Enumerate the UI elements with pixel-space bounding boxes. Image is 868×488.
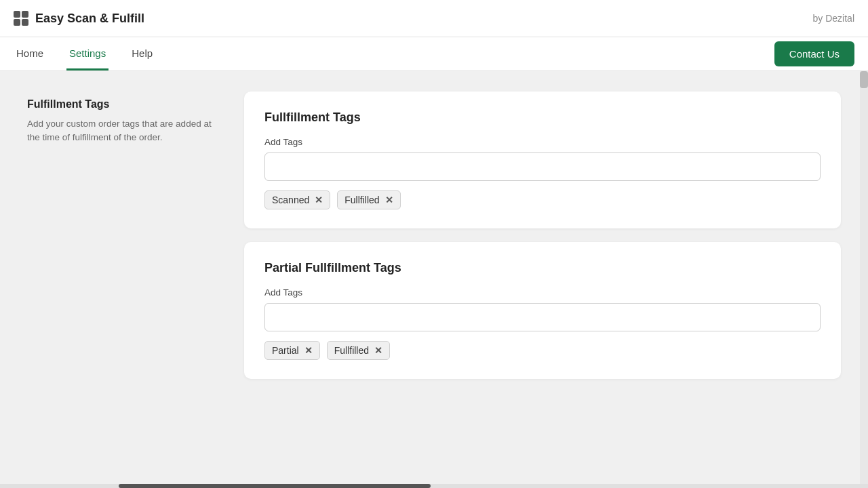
right-cards-column: Fullfillment Tags Add Tags Scanned ✕ Ful… — [244, 92, 841, 468]
tag-chip-scanned: Scanned ✕ — [264, 190, 330, 209]
partial-add-tags-label: Add Tags — [264, 287, 821, 298]
tag-label-partial-fullfilled: Fullfilled — [334, 345, 369, 356]
fulfillment-card-title: Fullfillment Tags — [264, 110, 821, 125]
nav-links: Home Settings Help — [14, 37, 155, 70]
tag-chip-partial-fullfilled: Fullfilled ✕ — [327, 341, 390, 360]
nav-bar: Home Settings Help Contact Us — [0, 37, 868, 71]
scrollbar[interactable] — [860, 71, 868, 488]
section-description: Add your custom order tags that are adde… — [27, 117, 217, 145]
contact-us-button[interactable]: Contact Us — [774, 41, 854, 66]
app-logo: Easy Scan & Fulfill — [14, 11, 144, 26]
bottom-scrollbar — [0, 484, 868, 488]
tag-chip-fullfilled: Fullfilled ✕ — [337, 190, 400, 209]
main-content: Fulfillment Tags Add your custom order t… — [0, 71, 868, 488]
fulfillment-tags-list: Scanned ✕ Fullfilled ✕ — [264, 190, 821, 209]
partial-card-title: Partial Fullfillment Tags — [264, 261, 821, 275]
app-title: Easy Scan & Fulfill — [35, 12, 144, 26]
nav-help[interactable]: Help — [129, 37, 155, 70]
tag-chip-partial: Partial ✕ — [264, 341, 320, 360]
byline: by Dezital — [813, 13, 854, 24]
partial-tags-list: Partial ✕ Fullfilled ✕ — [264, 341, 821, 360]
header-bar: Easy Scan & Fulfill by Dezital — [0, 0, 868, 37]
scrollbar-thumb[interactable] — [860, 71, 868, 88]
tag-label-scanned: Scanned — [272, 195, 309, 205]
partial-tags-input[interactable] — [264, 303, 821, 331]
tag-remove-partial-fullfilled[interactable]: ✕ — [374, 346, 382, 355]
tag-label-partial: Partial — [272, 345, 299, 356]
tag-remove-fullfilled[interactable]: ✕ — [385, 195, 393, 205]
section-title: Fulfillment Tags — [27, 98, 217, 110]
fulfillment-add-tags-label: Add Tags — [264, 137, 821, 147]
tag-remove-partial[interactable]: ✕ — [304, 346, 313, 355]
fulfillment-tags-card: Fullfillment Tags Add Tags Scanned ✕ Ful… — [244, 92, 841, 228]
nav-settings[interactable]: Settings — [66, 37, 108, 70]
tag-label-fullfilled: Fullfilled — [344, 195, 379, 205]
fulfillment-tags-input[interactable] — [264, 152, 821, 181]
partial-fulfillment-tags-card: Partial Fullfillment Tags Add Tags Parti… — [244, 242, 841, 379]
logo-grid-icon — [14, 11, 28, 26]
left-description: Fulfillment Tags Add your custom order t… — [27, 92, 217, 468]
tag-remove-scanned[interactable]: ✕ — [315, 195, 323, 205]
nav-home[interactable]: Home — [14, 37, 46, 70]
bottom-scrollbar-thumb[interactable] — [119, 484, 431, 488]
